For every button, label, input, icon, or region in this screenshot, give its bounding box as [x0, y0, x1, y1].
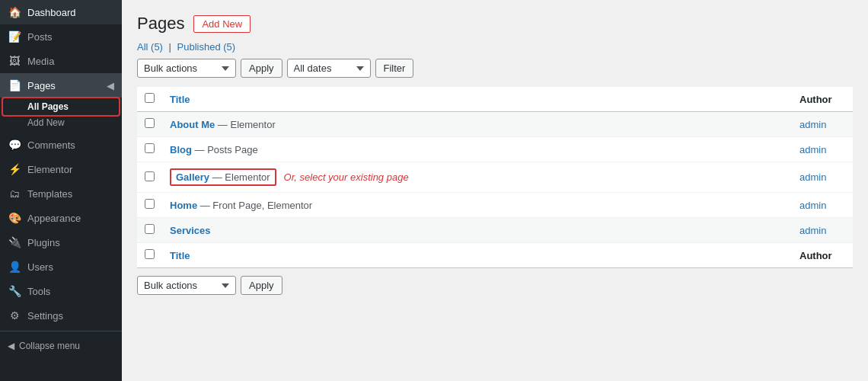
toolbar-bottom: Bulk actions Edit Move to Trash Apply	[137, 276, 853, 295]
row-checkbox-cell	[137, 193, 162, 218]
sidebar-item-plugins[interactable]: 🔌 Plugins	[0, 230, 122, 255]
templates-icon: 🗂	[8, 187, 21, 200]
sidebar-item-pages-label: Pages	[27, 80, 56, 91]
gallery-page-link[interactable]: Gallery	[176, 171, 209, 183]
table-row: Services admin	[137, 218, 853, 243]
gallery-page-meta: — Elementor	[212, 171, 270, 183]
sidebar-item-settings[interactable]: ⚙ Settings	[0, 303, 122, 328]
page-title-link[interactable]: Blog	[170, 144, 192, 155]
row-checkbox-cell	[137, 218, 162, 243]
page-header: Pages Add New	[137, 14, 853, 34]
sidebar-item-comments[interactable]: 💬 Comments	[0, 133, 122, 157]
filter-button[interactable]: Filter	[375, 59, 414, 78]
toolbar-top: Bulk actions Edit Move to Trash Apply Al…	[137, 59, 853, 78]
users-icon: 👤	[8, 261, 21, 273]
header-author-cell: Author	[792, 87, 853, 112]
table-row-gallery: Gallery — Elementor Or, select your exis…	[137, 162, 853, 193]
footer-title-cell: Title	[162, 243, 792, 268]
bulk-actions-select-bottom[interactable]: Bulk actions Edit Move to Trash	[137, 276, 236, 295]
sidebar-sub-all-pages[interactable]: All Pages	[3, 98, 119, 115]
add-new-sub-label: Add New	[27, 117, 65, 128]
pages-icon: 📄	[8, 79, 21, 91]
footer-author-cell: Author	[792, 243, 853, 268]
filter-all-link[interactable]: All (5)	[137, 41, 163, 53]
sidebar-item-tools[interactable]: 🔧 Tools	[0, 279, 122, 303]
page-title: Pages	[137, 14, 184, 34]
row-checkbox-cell	[137, 112, 162, 137]
collapse-label: Collapse menu	[19, 341, 80, 351]
footer-title-sort-link[interactable]: Title	[170, 250, 190, 261]
table-row: Home — Front Page, Elementor admin	[137, 193, 853, 218]
date-filter-select[interactable]: All dates	[287, 59, 371, 78]
row-title-cell: Home — Front Page, Elementor	[162, 193, 792, 218]
author-link[interactable]: admin	[799, 119, 826, 130]
sidebar-item-templates[interactable]: 🗂 Templates	[0, 181, 122, 206]
row-author-cell: admin	[792, 137, 853, 162]
apply-button-bottom[interactable]: Apply	[241, 276, 282, 295]
filter-published-link[interactable]: Published (5)	[177, 41, 236, 53]
row-checkbox[interactable]	[145, 143, 155, 153]
sidebar-item-dashboard[interactable]: 🏠 Dashboard	[0, 0, 122, 24]
table-header-row: Title Author	[137, 87, 853, 112]
filter-separator: |	[169, 41, 174, 53]
page-title-link[interactable]: Home	[170, 200, 197, 211]
row-author-cell: admin	[792, 218, 853, 243]
sidebar-item-settings-label: Settings	[27, 310, 63, 322]
sidebar-item-posts[interactable]: 📝 Posts	[0, 24, 122, 49]
row-checkbox[interactable]	[145, 224, 155, 234]
sidebar-item-dashboard-label: Dashboard	[27, 7, 76, 18]
page-meta: — Posts Page	[195, 144, 258, 155]
tools-icon: 🔧	[8, 285, 21, 297]
row-title-cell: About Me — Elementor	[162, 112, 792, 137]
bulk-actions-select-top[interactable]: Bulk actions Edit Move to Trash	[137, 59, 236, 78]
gallery-cell: Gallery — Elementor Or, select your exis…	[170, 168, 784, 186]
author-link[interactable]: admin	[799, 144, 826, 155]
page-title-link[interactable]: About Me	[170, 119, 215, 130]
row-title-cell: Blog — Posts Page	[162, 137, 792, 162]
dashboard-icon: 🏠	[8, 6, 21, 18]
row-checkbox[interactable]	[145, 118, 155, 128]
author-link[interactable]: admin	[799, 200, 826, 211]
plugins-icon: 🔌	[8, 236, 21, 248]
table-row: Blog — Posts Page admin	[137, 137, 853, 162]
sidebar-item-pages[interactable]: 📄 Pages ◀	[0, 73, 122, 98]
add-new-button[interactable]: Add New	[193, 15, 251, 33]
row-checkbox-cell	[137, 162, 162, 193]
sidebar-item-tools-label: Tools	[27, 286, 50, 297]
sidebar-sub-add-new[interactable]: Add New	[0, 116, 122, 133]
title-sort-link[interactable]: Title	[170, 94, 190, 105]
sidebar-item-media[interactable]: 🖼 Media	[0, 49, 122, 73]
select-all-checkbox-bottom[interactable]	[145, 249, 155, 259]
gallery-outlined-label: Gallery — Elementor	[170, 168, 276, 186]
apply-button-top[interactable]: Apply	[241, 59, 282, 78]
sidebar: 🏠 Dashboard 📝 Posts 🖼 Media 📄 Pages ◀ Al…	[0, 0, 122, 381]
all-pages-label: All Pages	[27, 101, 69, 112]
sidebar-item-appearance-label: Appearance	[27, 213, 81, 224]
sidebar-item-elementor[interactable]: ⚡ Elementor	[0, 157, 122, 181]
page-title-link[interactable]: Services	[170, 225, 211, 236]
sidebar-item-posts-label: Posts	[27, 31, 53, 43]
sidebar-item-users[interactable]: 👤 Users	[0, 255, 122, 279]
header-title-cell: Title	[162, 87, 792, 112]
row-checkbox[interactable]	[145, 199, 155, 209]
table-body: About Me — Elementor admin Blog — Posts …	[137, 112, 853, 243]
table-footer-row: Title Author	[137, 243, 853, 268]
appearance-icon: 🎨	[8, 212, 21, 224]
sidebar-item-templates-label: Templates	[27, 188, 72, 200]
row-checkbox[interactable]	[145, 171, 155, 181]
comments-icon: 💬	[8, 139, 21, 151]
author-link[interactable]: admin	[799, 171, 826, 183]
sidebar-collapse-button[interactable]: ◀ Collapse menu	[0, 335, 122, 357]
chevron-right-icon: ◀	[107, 80, 114, 91]
sidebar-item-users-label: Users	[27, 261, 53, 273]
table-row: About Me — Elementor admin	[137, 112, 853, 137]
sidebar-item-plugins-label: Plugins	[27, 237, 60, 248]
sidebar-item-appearance[interactable]: 🎨 Appearance	[0, 206, 122, 230]
sidebar-item-elementor-label: Elementor	[27, 164, 72, 175]
row-author-cell: admin	[792, 112, 853, 137]
header-checkbox-cell	[137, 87, 162, 112]
select-all-checkbox-top[interactable]	[145, 93, 155, 103]
author-link[interactable]: admin	[799, 225, 826, 236]
row-author-cell: admin	[792, 162, 853, 193]
row-checkbox-cell	[137, 137, 162, 162]
